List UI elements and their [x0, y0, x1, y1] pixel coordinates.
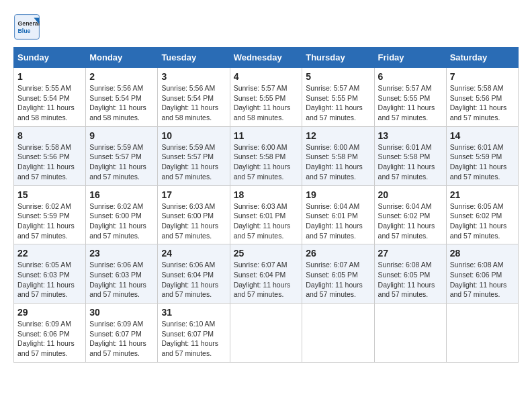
calendar-day-cell: 21Sunrise: 6:05 AMSunset: 6:02 PMDayligh…	[446, 185, 518, 244]
calendar-week-row: 15Sunrise: 6:02 AMSunset: 5:59 PMDayligh…	[14, 185, 519, 244]
day-of-week-header: Saturday	[446, 48, 518, 68]
day-number: 19	[306, 189, 370, 200]
day-info: Sunrise: 6:09 AMSunset: 6:07 PMDaylight:…	[89, 319, 154, 359]
day-of-week-header: Wednesday	[230, 48, 302, 68]
day-info: Sunrise: 5:57 AMSunset: 5:55 PMDaylight:…	[234, 83, 299, 123]
calendar-day-cell: 16Sunrise: 6:02 AMSunset: 6:00 PMDayligh…	[86, 185, 158, 244]
calendar-table: SundayMondayTuesdayWednesdayThursdayFrid…	[13, 47, 519, 363]
calendar-day-cell: 10Sunrise: 5:59 AMSunset: 5:57 PMDayligh…	[158, 126, 230, 185]
calendar-week-row: 29Sunrise: 6:09 AMSunset: 6:06 PMDayligh…	[14, 304, 519, 363]
day-number: 25	[234, 248, 299, 259]
calendar-day-cell: 26Sunrise: 6:07 AMSunset: 6:05 PMDayligh…	[302, 244, 374, 304]
calendar-day-cell: 31Sunrise: 6:10 AMSunset: 6:07 PMDayligh…	[158, 304, 230, 363]
calendar-week-row: 1Sunrise: 5:55 AMSunset: 5:54 PMDaylight…	[14, 68, 519, 127]
day-info: Sunrise: 6:06 AMSunset: 6:03 PMDaylight:…	[89, 260, 154, 300]
calendar-day-cell: 6Sunrise: 5:57 AMSunset: 5:55 PMDaylight…	[374, 68, 446, 127]
day-number: 9	[89, 130, 154, 141]
day-of-week-header: Friday	[374, 48, 446, 68]
calendar-day-cell: 30Sunrise: 6:09 AMSunset: 6:07 PMDayligh…	[86, 304, 158, 363]
day-info: Sunrise: 6:04 AMSunset: 6:02 PMDaylight:…	[378, 201, 443, 241]
day-of-week-header: Sunday	[14, 48, 86, 68]
calendar-day-cell: 23Sunrise: 6:06 AMSunset: 6:03 PMDayligh…	[86, 244, 158, 304]
day-info: Sunrise: 6:01 AMSunset: 5:58 PMDaylight:…	[378, 142, 443, 182]
calendar-day-cell: 8Sunrise: 5:58 AMSunset: 5:56 PMDaylight…	[14, 126, 86, 185]
day-info: Sunrise: 5:56 AMSunset: 5:54 PMDaylight:…	[161, 83, 226, 123]
calendar-day-cell: 4Sunrise: 5:57 AMSunset: 5:55 PMDaylight…	[230, 68, 302, 127]
calendar-day-cell: 9Sunrise: 5:59 AMSunset: 5:57 PMDaylight…	[86, 126, 158, 185]
day-info: Sunrise: 6:00 AMSunset: 5:58 PMDaylight:…	[306, 142, 370, 182]
day-info: Sunrise: 6:07 AMSunset: 6:04 PMDaylight:…	[234, 260, 299, 300]
day-info: Sunrise: 6:00 AMSunset: 5:58 PMDaylight:…	[234, 142, 299, 182]
day-number: 26	[306, 248, 370, 259]
calendar-day-cell: 14Sunrise: 6:01 AMSunset: 5:59 PMDayligh…	[446, 126, 518, 185]
day-number: 20	[378, 189, 443, 200]
calendar-day-cell: 25Sunrise: 6:07 AMSunset: 6:04 PMDayligh…	[230, 244, 302, 304]
calendar-day-cell: 1Sunrise: 5:55 AMSunset: 5:54 PMDaylight…	[14, 68, 86, 127]
page-header: General Blue	[13, 13, 519, 40]
day-number: 1	[17, 71, 82, 82]
day-info: Sunrise: 5:58 AMSunset: 5:56 PMDaylight:…	[450, 83, 515, 123]
calendar-day-cell: 7Sunrise: 5:58 AMSunset: 5:56 PMDaylight…	[446, 68, 518, 127]
day-number: 16	[89, 189, 154, 200]
day-number: 6	[378, 71, 443, 82]
day-number: 22	[17, 248, 82, 259]
day-number: 12	[306, 130, 370, 141]
calendar-day-cell: 28Sunrise: 6:08 AMSunset: 6:06 PMDayligh…	[446, 244, 518, 304]
day-number: 21	[450, 189, 515, 200]
day-info: Sunrise: 6:02 AMSunset: 5:59 PMDaylight:…	[17, 201, 82, 241]
svg-text:General: General	[17, 20, 40, 27]
day-number: 17	[161, 189, 226, 200]
calendar-day-cell	[230, 304, 302, 363]
day-info: Sunrise: 5:58 AMSunset: 5:56 PMDaylight:…	[17, 142, 82, 182]
day-number: 3	[161, 71, 226, 82]
day-number: 30	[89, 307, 154, 318]
day-number: 5	[306, 71, 370, 82]
svg-text:Blue: Blue	[17, 28, 30, 34]
day-info: Sunrise: 6:10 AMSunset: 6:07 PMDaylight:…	[161, 319, 226, 359]
day-number: 28	[450, 248, 515, 259]
day-number: 13	[378, 130, 443, 141]
day-number: 15	[17, 189, 82, 200]
calendar-day-cell: 11Sunrise: 6:00 AMSunset: 5:58 PMDayligh…	[230, 126, 302, 185]
calendar-day-cell: 19Sunrise: 6:04 AMSunset: 6:01 PMDayligh…	[302, 185, 374, 244]
day-info: Sunrise: 5:57 AMSunset: 5:55 PMDaylight:…	[306, 83, 370, 123]
calendar-day-cell: 22Sunrise: 6:05 AMSunset: 6:03 PMDayligh…	[14, 244, 86, 304]
day-number: 7	[450, 71, 515, 82]
day-number: 31	[161, 307, 226, 318]
logo: General Blue	[13, 13, 44, 40]
day-number: 27	[378, 248, 443, 259]
calendar-day-cell: 17Sunrise: 6:03 AMSunset: 6:00 PMDayligh…	[158, 185, 230, 244]
day-info: Sunrise: 6:05 AMSunset: 6:03 PMDaylight:…	[17, 260, 82, 300]
calendar-day-cell: 5Sunrise: 5:57 AMSunset: 5:55 PMDaylight…	[302, 68, 374, 127]
calendar-day-cell	[302, 304, 374, 363]
calendar-header: SundayMondayTuesdayWednesdayThursdayFrid…	[14, 48, 519, 68]
day-info: Sunrise: 6:03 AMSunset: 6:00 PMDaylight:…	[161, 201, 226, 241]
calendar-day-cell: 12Sunrise: 6:00 AMSunset: 5:58 PMDayligh…	[302, 126, 374, 185]
day-info: Sunrise: 6:09 AMSunset: 6:06 PMDaylight:…	[17, 319, 82, 359]
day-info: Sunrise: 5:59 AMSunset: 5:57 PMDaylight:…	[89, 142, 154, 182]
day-info: Sunrise: 6:04 AMSunset: 6:01 PMDaylight:…	[306, 201, 370, 241]
day-of-week-header: Thursday	[302, 48, 374, 68]
day-number: 14	[450, 130, 515, 141]
day-info: Sunrise: 5:59 AMSunset: 5:57 PMDaylight:…	[161, 142, 226, 182]
calendar-day-cell: 29Sunrise: 6:09 AMSunset: 6:06 PMDayligh…	[14, 304, 86, 363]
day-of-week-header: Monday	[86, 48, 158, 68]
calendar-day-cell	[446, 304, 518, 363]
day-number: 10	[161, 130, 226, 141]
day-info: Sunrise: 6:08 AMSunset: 6:05 PMDaylight:…	[378, 260, 443, 300]
day-number: 24	[161, 248, 226, 259]
calendar-day-cell	[374, 304, 446, 363]
day-info: Sunrise: 6:07 AMSunset: 6:05 PMDaylight:…	[306, 260, 370, 300]
day-number: 4	[234, 71, 299, 82]
day-number: 11	[234, 130, 299, 141]
day-info: Sunrise: 6:05 AMSunset: 6:02 PMDaylight:…	[450, 201, 515, 241]
calendar-day-cell: 13Sunrise: 6:01 AMSunset: 5:58 PMDayligh…	[374, 126, 446, 185]
day-info: Sunrise: 6:01 AMSunset: 5:59 PMDaylight:…	[450, 142, 515, 182]
day-info: Sunrise: 5:55 AMSunset: 5:54 PMDaylight:…	[17, 83, 82, 123]
day-info: Sunrise: 5:57 AMSunset: 5:55 PMDaylight:…	[378, 83, 443, 123]
day-number: 29	[17, 307, 82, 318]
day-info: Sunrise: 5:56 AMSunset: 5:54 PMDaylight:…	[89, 83, 154, 123]
calendar-day-cell: 2Sunrise: 5:56 AMSunset: 5:54 PMDaylight…	[86, 68, 158, 127]
day-number: 18	[234, 189, 299, 200]
day-info: Sunrise: 6:03 AMSunset: 6:01 PMDaylight:…	[234, 201, 299, 241]
